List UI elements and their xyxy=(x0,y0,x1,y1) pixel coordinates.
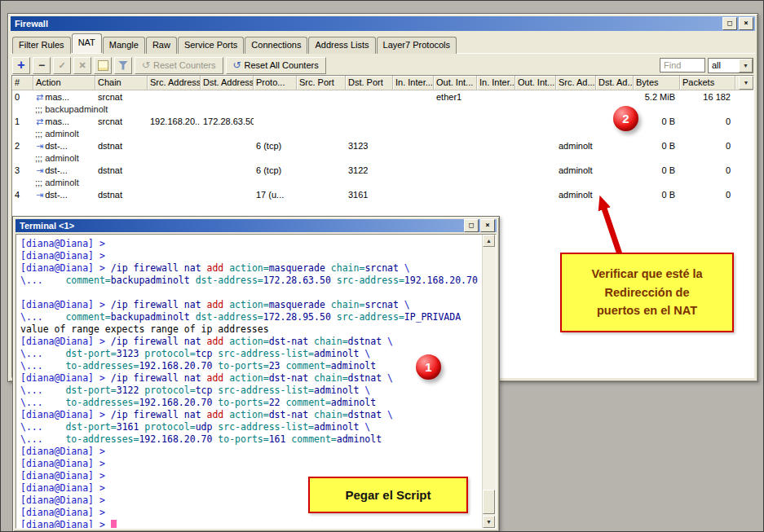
tab-layer7-protocols[interactable]: Layer7 Protocols xyxy=(377,37,457,54)
terminal-text-segment: dst-port= xyxy=(65,421,116,433)
terminal-line: \... to-addresses=192.168.20.70 to-ports… xyxy=(20,397,482,409)
terminal-text-segment: dst-nat xyxy=(269,409,314,420)
filter-button[interactable] xyxy=(114,57,132,74)
column-select-button[interactable]: ▼ xyxy=(739,76,753,90)
close-button[interactable]: × xyxy=(739,17,753,30)
reset-counters-button[interactable]: ↺ Reset Counters xyxy=(135,57,223,74)
tab-raw[interactable]: Raw xyxy=(146,37,177,54)
annotation-callout-nat: Verificar que esté la Redirección de pue… xyxy=(560,253,734,332)
remove-button[interactable]: − xyxy=(33,57,51,74)
comment-button[interactable] xyxy=(94,57,112,74)
terminal-titlebar[interactable]: Terminal <1> □ × xyxy=(15,219,497,232)
terminal-text-segment: adminolt xyxy=(314,348,364,359)
cell-src-address-list: adminolt xyxy=(556,141,596,151)
terminal-text-segment: dst-port= xyxy=(65,385,116,396)
terminal-text-segment: 3122 xyxy=(117,385,145,396)
terminal-text-segment: tcp xyxy=(196,385,219,396)
column-header[interactable]: Src. Port xyxy=(297,76,346,90)
column-header[interactable]: Action xyxy=(33,76,95,90)
maximize-button[interactable]: □ xyxy=(722,17,737,30)
column-header[interactable]: Packets xyxy=(680,76,735,90)
column-header[interactable]: Bytes xyxy=(634,76,680,90)
nat-rule-row[interactable]: 0⇄mas...srcnatether15.2 MiB16 182 xyxy=(12,90,753,103)
column-header[interactable]: In. Inter... xyxy=(477,76,515,90)
cell-protocol: 6 (tcp) xyxy=(254,165,297,175)
terminal-text-segment: adminolt xyxy=(314,385,364,396)
filter-dropdown[interactable]: all ▼ xyxy=(708,58,753,73)
column-header[interactable]: Proto... xyxy=(254,76,297,90)
column-header[interactable]: Dst. Port xyxy=(346,76,393,90)
terminal-text-segment: 22 xyxy=(269,397,286,408)
tab-service-ports[interactable]: Service Ports xyxy=(178,37,244,54)
comment-row[interactable]: ;;; adminolt xyxy=(12,176,753,188)
reset-all-counters-button[interactable]: ↺ Reset All Counters xyxy=(226,57,326,74)
terminal-text-segment: [diana@Diana] > xyxy=(20,336,111,347)
terminal-text-segment: adminolt xyxy=(314,421,364,433)
terminal-text-segment: \... xyxy=(20,348,65,359)
enable-button[interactable]: ✓ xyxy=(53,57,71,74)
cell-out-interface: ether1 xyxy=(434,92,477,102)
column-header[interactable]: Src. Address xyxy=(148,76,201,90)
terminal-line: \... to-addresses=192.168.20.70 to-ports… xyxy=(20,360,482,372)
scroll-up-icon[interactable]: ▲ xyxy=(483,235,495,247)
terminal-text-segment: /ip firewall nat xyxy=(111,372,207,384)
terminal-scrollbar[interactable]: ▲ ▼ xyxy=(482,235,496,528)
find-input[interactable] xyxy=(660,58,705,73)
reset-all-counters-label: Reset All Counters xyxy=(245,60,319,70)
tab-connections[interactable]: Connections xyxy=(245,37,307,54)
add-button[interactable]: + xyxy=(12,57,30,74)
firewall-titlebar[interactable]: Firewall □ × xyxy=(11,16,755,31)
cell-dst-port: 3123 xyxy=(346,141,393,151)
comment-row[interactable]: ;;; adminolt xyxy=(12,127,753,139)
terminal-line: \... dst-port=3123 protocol=tcp src-addr… xyxy=(20,348,482,360)
nat-rule-row[interactable]: 1⇄mas...srcnat192.168.20...172.28.63.500… xyxy=(12,115,753,127)
terminal-line: [diana@Diana] > /ip firewall nat add act… xyxy=(20,262,482,275)
comment-row[interactable]: ;;; adminolt xyxy=(12,152,753,164)
column-header[interactable]: Src. Ad... xyxy=(556,76,596,90)
window-title: Firewall xyxy=(15,19,721,29)
column-header[interactable]: # xyxy=(12,76,33,90)
cell-action: ⇥dst-... xyxy=(33,141,95,151)
terminal-text-segment: action= xyxy=(229,372,268,384)
terminal-text-segment: protocol= xyxy=(144,348,195,359)
terminal-text-segment: dst-nat xyxy=(269,336,314,347)
nat-rule-row[interactable]: 2⇥dst-...dstnat6 (tcp)3123adminolt0 B0 xyxy=(12,139,753,152)
terminal-maximize-button[interactable]: □ xyxy=(464,219,479,232)
terminal-line: [diana@Diana] > xyxy=(20,458,482,470)
column-header[interactable]: Dst. Address xyxy=(201,76,254,90)
nat-rule-row[interactable]: 3⇥dst-...dstnat6 (tcp)3122adminolt0 B0 xyxy=(12,164,753,176)
tab-mangle[interactable]: Mangle xyxy=(103,37,145,54)
terminal-text-segment: masquerade xyxy=(269,299,331,310)
column-header[interactable]: In. Inter... xyxy=(393,76,434,90)
column-header[interactable]: Out. Int... xyxy=(515,76,556,90)
remove-icon: − xyxy=(38,59,45,72)
terminal-text-segment: adminolt xyxy=(331,397,376,408)
column-header[interactable]: Chain xyxy=(95,76,148,90)
comment-row[interactable]: ;;; backupadminolt xyxy=(12,103,753,115)
filter-icon xyxy=(118,61,128,70)
terminal-line: \... dst-port=3122 protocol=tcp src-addr… xyxy=(20,385,482,397)
cell-bytes: 5.2 MiB xyxy=(634,92,680,102)
terminal-text-segment: dst-nat xyxy=(269,372,314,384)
dst-nat-icon: ⇥ xyxy=(36,191,43,200)
cell-num: 3 xyxy=(12,165,33,175)
terminal-text-segment: src-address= xyxy=(337,311,404,323)
tab-filter-rules[interactable]: Filter Rules xyxy=(12,37,71,54)
scroll-down-icon[interactable]: ▼ xyxy=(483,516,495,528)
terminal-text-segment: add xyxy=(206,262,229,274)
column-header[interactable]: Dst. Ad... xyxy=(596,76,634,90)
terminal-close-button[interactable]: × xyxy=(480,219,495,232)
scrollbar-thumb[interactable] xyxy=(483,490,495,514)
column-header[interactable]: Out. Int... xyxy=(434,76,477,90)
toolbar: + − ✓ ✕ ↺ Reset Counters ↺ Reset All Cou… xyxy=(11,54,755,76)
tab-address-lists[interactable]: Address Lists xyxy=(308,37,375,54)
nat-rule-row[interactable]: 4⇥dst-...dstnat17 (u...3161adminolt0 B0 xyxy=(12,188,753,200)
enable-icon: ✓ xyxy=(58,60,65,71)
terminal-text-segment: chain= xyxy=(314,372,348,384)
disable-button[interactable]: ✕ xyxy=(73,57,91,74)
cell-num: 0 xyxy=(12,92,33,102)
table-body: 0⇄mas...srcnatether15.2 MiB16 182;;; bac… xyxy=(12,90,753,200)
terminal-text-segment: \... xyxy=(20,360,65,372)
tab-nat[interactable]: NAT xyxy=(72,33,102,53)
terminal-text-segment: 23 xyxy=(269,360,286,372)
